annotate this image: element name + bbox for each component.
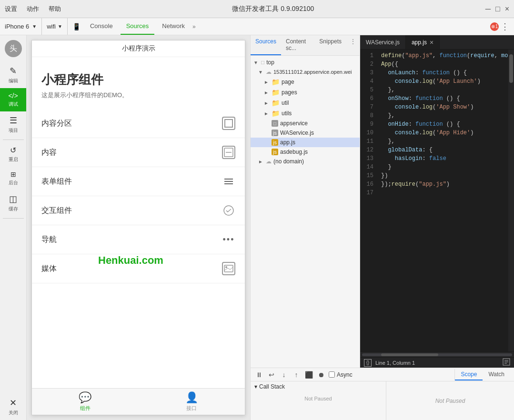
devtools-tabs: 📱 Console Sources Network » ⊗ 1 ⋮ bbox=[68, 18, 514, 35]
list-item-content-section[interactable]: 内容分区 bbox=[32, 109, 245, 138]
menu-action[interactable]: 动作 bbox=[27, 5, 39, 13]
file-icon-appjs: js bbox=[272, 139, 278, 146]
async-checkbox[interactable] bbox=[329, 371, 335, 378]
tab-sources[interactable]: Sources bbox=[121, 18, 155, 35]
tree-item-domain[interactable]: ▼ ☁ 1535111012.appservice.open.wei bbox=[251, 67, 360, 77]
tree-text-appjs: app.js bbox=[280, 139, 295, 146]
debug-step-into-btn[interactable]: ↓ bbox=[279, 370, 289, 380]
code-tab-appjs[interactable]: app.js × bbox=[406, 35, 440, 49]
sidebar-item-close[interactable]: ✕ 关闭 bbox=[0, 394, 26, 420]
status-right-icon[interactable] bbox=[503, 358, 510, 367]
device-name: iPhone 6 bbox=[5, 23, 29, 30]
code-format-icon[interactable]: {} bbox=[364, 359, 372, 367]
device-selector[interactable]: iPhone 6 ▼ bbox=[5, 23, 37, 30]
network-selector[interactable]: wifi ▼ bbox=[47, 23, 62, 30]
sidebar-item-backend[interactable]: ⊞ 后台 bbox=[0, 167, 26, 190]
error-count: 1 bbox=[495, 24, 498, 29]
phone-content: 小程序组件 这是展示小程序组件的DEMO。 内容分区 内容 表单组 bbox=[32, 57, 245, 388]
sources-more-icon[interactable]: ⋮ bbox=[346, 35, 360, 55]
debug-record-btn[interactable]: ⏺ bbox=[316, 370, 326, 380]
phone-frame: 小程序演示 小程序组件 这是展示小程序组件的DEMO。 内容分区 内容 bbox=[31, 40, 245, 415]
sidebar-item-debug[interactable]: </> 调试 bbox=[0, 88, 26, 111]
tree-arrow-domain: ▼ bbox=[258, 70, 264, 75]
debug-deactivate-btn[interactable]: ⬛ bbox=[304, 370, 313, 380]
sources-tab-content[interactable]: Content sc... bbox=[281, 35, 314, 55]
debug-step-over-btn[interactable]: ↩ bbox=[267, 370, 276, 380]
debug-step-out-btn[interactable]: ↑ bbox=[292, 370, 301, 380]
tree-arrow-utils: ► bbox=[264, 111, 270, 116]
cloud-icon-domain: ☁ bbox=[266, 69, 272, 75]
tab-network[interactable]: Network bbox=[156, 18, 191, 35]
minimize-button[interactable]: ─ bbox=[485, 5, 491, 13]
sidebar-item-project[interactable]: ☰ 项目 bbox=[0, 111, 26, 138]
tree-item-page[interactable]: ► 📁 page bbox=[251, 77, 360, 87]
watch-tab[interactable]: Watch bbox=[483, 369, 510, 380]
list-icon-3 bbox=[222, 204, 235, 217]
debug-panel: ⏸ ↩ ↓ ↑ ⬛ ⏺ Async Scope Watch ▾ bbox=[251, 368, 514, 420]
sources-tab-sources[interactable]: Sources bbox=[251, 35, 281, 55]
list-icon-5 bbox=[222, 262, 235, 275]
footer-tab-components[interactable]: 💬 组件 bbox=[32, 389, 139, 415]
tree-item-top[interactable]: ▼ □ top bbox=[251, 58, 360, 67]
sidebar-item-restart[interactable]: ↺ 重启 bbox=[0, 142, 26, 167]
vertical-scrollbar[interactable] bbox=[508, 50, 514, 351]
code-content[interactable]: define("app.js", function(require, modul… bbox=[377, 50, 508, 351]
tree-item-appservice[interactable]: ► □ appservice bbox=[251, 119, 360, 128]
code-status-bar: {} Line 1, Column 1 bbox=[360, 357, 514, 368]
menu-help[interactable]: 帮助 bbox=[49, 5, 61, 13]
more-tabs-icon[interactable]: » bbox=[192, 23, 196, 30]
code-tab-waservice[interactable]: WAService.js bbox=[360, 35, 406, 49]
tree-arrow-top: ▼ bbox=[253, 60, 259, 65]
titlebar-menu: 设置 动作 帮助 bbox=[5, 5, 61, 13]
phone-header: 小程序演示 bbox=[32, 40, 245, 57]
device-chevron-icon: ▼ bbox=[32, 24, 37, 29]
sidebar-label-cache: 缓存 bbox=[9, 206, 18, 212]
tree-item-waservice[interactable]: ► js WAService.js bbox=[251, 128, 360, 138]
sidebar-item-cache[interactable]: ◫ 缓存 bbox=[0, 190, 26, 216]
tree-item-nodomain[interactable]: ► ☁ (no domain) bbox=[251, 157, 360, 166]
tree-item-appjs[interactable]: ► js app.js bbox=[251, 138, 360, 147]
phone-footer: 💬 组件 👤 接口 bbox=[32, 388, 245, 415]
sidebar-label-project: 项目 bbox=[9, 127, 18, 134]
svg-line-6 bbox=[228, 268, 230, 270]
tree-item-pages[interactable]: ► 📁 pages bbox=[251, 87, 360, 98]
phone-main-title: 小程序组件 bbox=[41, 71, 235, 88]
not-paused-label-right: Not Paused bbox=[435, 398, 465, 404]
tree-item-utils[interactable]: ► 📁 utils bbox=[251, 108, 360, 119]
close-button[interactable]: × bbox=[505, 5, 509, 13]
code-tab-label-waservice: WAService.js bbox=[366, 39, 400, 46]
scrollbar-thumb[interactable] bbox=[381, 353, 438, 356]
avatar: 头 bbox=[5, 40, 22, 57]
sources-tab-snippets[interactable]: Snippets bbox=[314, 35, 346, 55]
cursor-position[interactable]: Line 1, Column 1 bbox=[375, 360, 415, 366]
code-tab-label-appjs: app.js bbox=[412, 39, 427, 46]
tree-item-util[interactable]: ► 📁 util bbox=[251, 98, 360, 108]
tree-text-util: util bbox=[282, 100, 289, 106]
async-checkbox-area[interactable]: Async bbox=[329, 371, 353, 378]
error-badge: ⊗ 1 bbox=[490, 22, 499, 31]
maximize-button[interactable]: □ bbox=[495, 5, 500, 13]
vscrollbar-thumb[interactable] bbox=[509, 54, 513, 83]
scope-tab[interactable]: Scope bbox=[455, 369, 483, 380]
footer-label-components: 组件 bbox=[80, 405, 91, 412]
horizontal-scrollbar[interactable] bbox=[360, 351, 514, 357]
tree-item-asdebug[interactable]: ► js asdebug.js bbox=[251, 147, 360, 157]
footer-tab-api[interactable]: 👤 接口 bbox=[139, 389, 245, 415]
list-item-content[interactable]: 内容 bbox=[32, 138, 245, 167]
code-tab-close-appjs[interactable]: × bbox=[430, 39, 433, 46]
list-item-nav[interactable]: 导航 ••• bbox=[32, 225, 245, 254]
editor-area: Sources Content sc... Snippets ⋮ ▼ □ top… bbox=[251, 35, 514, 368]
list-item-interact[interactable]: 交互组件 bbox=[32, 196, 245, 225]
debug-pause-btn[interactable]: ⏸ bbox=[254, 370, 264, 380]
tree-arrow-pages: ► bbox=[264, 90, 270, 95]
list-item-media[interactable]: 媒体 bbox=[32, 254, 245, 283]
scope-watch-tabs: Scope Watch bbox=[454, 369, 510, 380]
list-item-form[interactable]: 表单组件 bbox=[32, 167, 245, 196]
tab-console[interactable]: Console bbox=[84, 18, 119, 35]
menu-settings[interactable]: 设置 bbox=[5, 5, 17, 13]
options-icon[interactable]: ⋮ bbox=[501, 21, 509, 32]
device-section: iPhone 6 ▼ bbox=[0, 18, 42, 35]
cache-icon: ◫ bbox=[9, 194, 17, 204]
sidebar-item-edit[interactable]: ✎ 编辑 bbox=[0, 62, 26, 88]
call-stack-label: Call Stack bbox=[259, 383, 285, 390]
